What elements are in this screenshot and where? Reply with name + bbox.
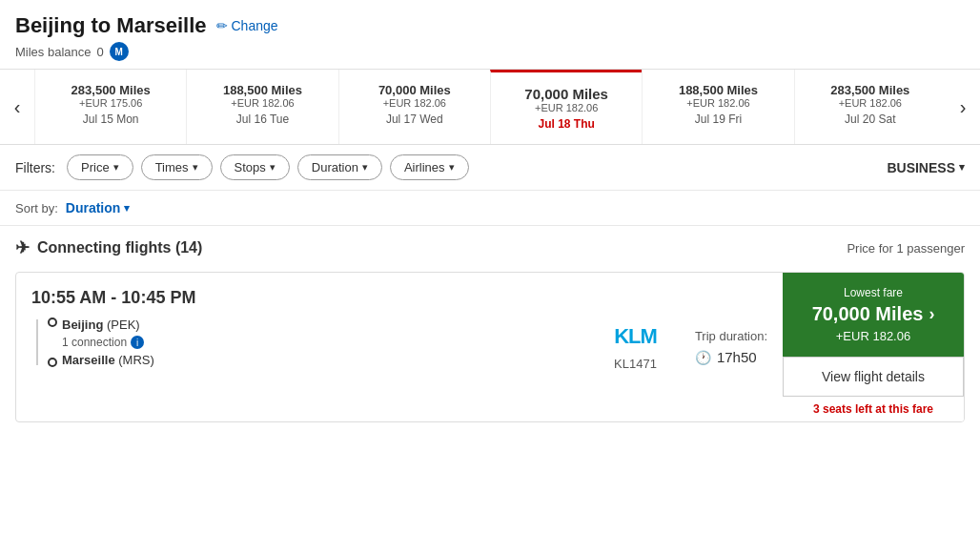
duration-column: Trip duration: 🕐 17h50	[680, 273, 783, 421]
slot-miles-3: 70,000 Miles	[499, 86, 634, 102]
chevron-down-icon: ▾	[113, 161, 119, 174]
date-slots-container: 283,500 Miles +EUR 175.06 Jul 15 Mon 188…	[34, 70, 946, 144]
slot-eur-3: +EUR 182.06	[499, 102, 634, 113]
change-link[interactable]: ✏ Change	[216, 18, 278, 33]
chevron-down-icon: ▾	[959, 161, 965, 174]
miles-icon: M	[110, 42, 129, 61]
arrow-right-icon: ›	[929, 304, 934, 324]
slot-date-0: Jul 15 Mon	[43, 113, 178, 126]
info-icon: i	[131, 336, 144, 349]
chevron-down-icon: ▾	[362, 161, 368, 174]
slot-date-1: Jul 16 Tue	[194, 113, 330, 126]
date-slot-1[interactable]: 188,500 Miles +EUR 182.06 Jul 16 Tue	[186, 70, 337, 144]
sort-bar: Sort by: Duration ▾	[0, 191, 980, 226]
chevron-down-icon: ▾	[193, 161, 198, 174]
date-slot-2[interactable]: 70,000 Miles +EUR 182.06 Jul 17 Wed	[338, 70, 490, 144]
plane-icon: ✈	[15, 237, 30, 258]
lowest-fare-miles: 70,000 Miles ›	[812, 303, 935, 325]
chevron-down-icon: ▾	[124, 202, 130, 215]
route-line	[36, 319, 38, 365]
trip-duration-label: Trip duration:	[695, 329, 767, 343]
route-title: Beijing to Marseille ✏ Change	[15, 13, 965, 38]
price-column: Lowest fare 70,000 Miles › +EUR 182.06 V…	[783, 273, 964, 421]
price-note: Price for 1 passenger	[847, 241, 965, 256]
flight-info: 10:55 AM - 10:45 PM Beijing (PEK) 1 conn…	[16, 273, 591, 421]
duration-value: 17h50	[717, 349, 757, 365]
filter-stops-label: Stops	[235, 160, 266, 174]
pencil-icon: ✏	[216, 18, 228, 33]
prev-date-button[interactable]: ‹	[0, 70, 34, 144]
miles-balance: Miles balance 0 M	[15, 42, 965, 61]
flight-number: KL1471	[614, 357, 657, 371]
chevron-down-icon: ▾	[270, 161, 276, 174]
duration-time: 🕐 17h50	[695, 349, 767, 365]
filter-airlines-label: Airlines	[404, 160, 445, 174]
slot-miles-1: 188,500 Miles	[194, 83, 330, 97]
lowest-fare-eur: +EUR 182.06	[836, 329, 910, 343]
sort-value: Duration	[66, 200, 121, 215]
flight-card: 10:55 AM - 10:45 PM Beijing (PEK) 1 conn…	[15, 272, 965, 422]
seats-left: 3 seats left at this fare	[783, 397, 964, 421]
change-label: Change	[232, 18, 278, 33]
cabin-class-button[interactable]: BUSINESS ▾	[887, 160, 965, 175]
slot-date-5: Jul 20 Sat	[803, 113, 938, 126]
cabin-class-label: BUSINESS	[887, 160, 955, 175]
miles-balance-value: 0	[97, 45, 104, 59]
connection-info: 1 connection i	[62, 336, 576, 349]
origin-city: Beijing (PEK)	[62, 318, 576, 332]
sort-select[interactable]: Duration ▾	[66, 200, 131, 215]
slot-eur-2: +EUR 182.06	[347, 97, 482, 109]
slot-miles-0: 283,500 Miles	[43, 83, 178, 97]
date-slot-3[interactable]: 70,000 Miles +EUR 182.06 Jul 18 Thu	[490, 70, 642, 144]
filters-bar: Filters: Price ▾ Times ▾ Stops ▾ Duratio…	[0, 145, 980, 191]
results-header: ✈ Connecting flights (14) Price for 1 pa…	[15, 237, 965, 258]
connection-label: 1 connection	[62, 336, 127, 349]
next-date-button[interactable]: ›	[946, 70, 980, 144]
route-dot-origin	[48, 318, 57, 327]
slot-miles-4: 188,500 Miles	[650, 83, 786, 97]
filter-price-button[interactable]: Price ▾	[67, 154, 133, 180]
filter-stops-button[interactable]: Stops ▾	[220, 154, 290, 180]
date-slot-0[interactable]: 283,500 Miles +EUR 175.06 Jul 15 Mon	[34, 70, 186, 144]
slot-miles-2: 70,000 Miles	[347, 83, 482, 97]
slot-miles-5: 283,500 Miles	[803, 83, 938, 97]
slot-eur-0: +EUR 175.06	[43, 97, 178, 109]
flight-route: Beijing (PEK) 1 connection i Marseille (…	[31, 316, 576, 369]
slot-date-2: Jul 17 Wed	[347, 113, 482, 126]
klm-logo: KLM	[614, 324, 657, 349]
route-text: Beijing to Marseille	[15, 13, 207, 38]
miles-value: 70,000 Miles	[812, 303, 924, 325]
view-details-button[interactable]: View flight details	[783, 357, 964, 397]
dest-city: Marseille (MRS)	[62, 353, 576, 367]
slot-eur-4: +EUR 182.06	[650, 97, 786, 109]
sort-label: Sort by:	[15, 201, 58, 215]
lowest-fare-box: Lowest fare 70,000 Miles › +EUR 182.06	[783, 273, 964, 357]
airline-column: KLM KL1471	[591, 273, 680, 421]
date-slot-5[interactable]: 283,500 Miles +EUR 182.06 Jul 20 Sat	[794, 70, 946, 144]
slot-eur-1: +EUR 182.06	[194, 97, 330, 109]
slot-date-3: Jul 18 Thu	[499, 117, 634, 131]
filter-airlines-button[interactable]: Airlines ▾	[390, 154, 469, 180]
filter-price-label: Price	[81, 160, 110, 174]
results-title-text: Connecting flights (14)	[37, 239, 202, 256]
route-dot-dest	[48, 358, 57, 367]
filter-duration-button[interactable]: Duration ▾	[297, 154, 382, 180]
page-header: Beijing to Marseille ✏ Change Miles bala…	[0, 0, 980, 70]
results-title: ✈ Connecting flights (14)	[15, 237, 202, 258]
flight-times: 10:55 AM - 10:45 PM	[31, 288, 576, 308]
chevron-down-icon: ▾	[449, 161, 455, 174]
lowest-fare-label: Lowest fare	[844, 286, 903, 299]
slot-eur-5: +EUR 182.06	[803, 97, 938, 109]
clock-icon: 🕐	[695, 350, 711, 365]
date-slot-4[interactable]: 188,500 Miles +EUR 182.06 Jul 19 Fri	[642, 70, 793, 144]
miles-balance-label: Miles balance	[15, 45, 92, 59]
date-navigation: ‹ 283,500 Miles +EUR 175.06 Jul 15 Mon 1…	[0, 70, 980, 145]
results-section: ✈ Connecting flights (14) Price for 1 pa…	[0, 226, 980, 262]
slot-date-4: Jul 19 Fri	[650, 113, 786, 126]
filters-label: Filters:	[15, 160, 55, 175]
filter-times-button[interactable]: Times ▾	[141, 154, 213, 180]
filter-duration-label: Duration	[312, 160, 358, 174]
filter-times-label: Times	[155, 160, 189, 174]
